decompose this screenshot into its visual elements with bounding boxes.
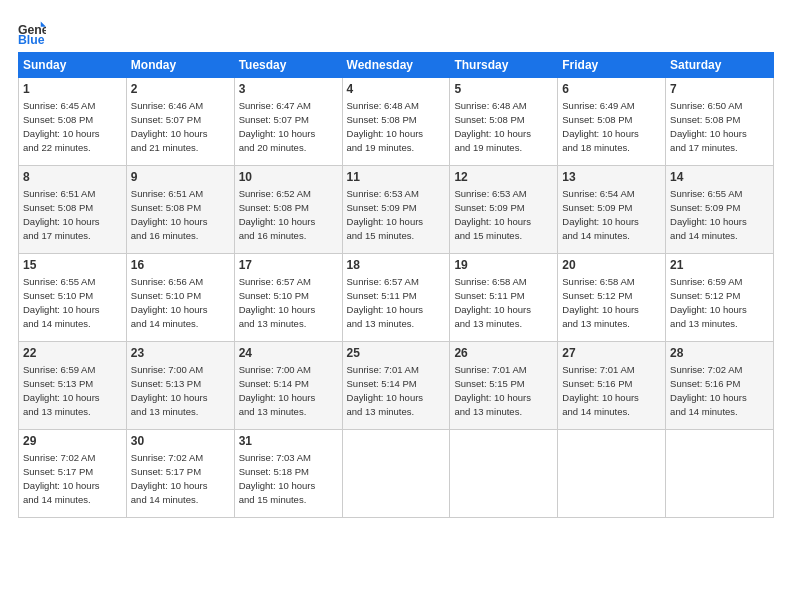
day-number: 4 bbox=[347, 81, 446, 97]
day-cell: 19Sunrise: 6:58 AM Sunset: 5:11 PM Dayli… bbox=[450, 254, 558, 342]
day-cell: 10Sunrise: 6:52 AM Sunset: 5:08 PM Dayli… bbox=[234, 166, 342, 254]
svg-text:Blue: Blue bbox=[18, 33, 45, 46]
logo-icon: General Blue bbox=[18, 18, 46, 46]
day-info: Sunrise: 6:45 AM Sunset: 5:08 PM Dayligh… bbox=[23, 100, 100, 152]
day-info: Sunrise: 6:58 AM Sunset: 5:11 PM Dayligh… bbox=[454, 276, 531, 328]
day-info: Sunrise: 6:55 AM Sunset: 5:10 PM Dayligh… bbox=[23, 276, 100, 328]
day-cell: 5Sunrise: 6:48 AM Sunset: 5:08 PM Daylig… bbox=[450, 78, 558, 166]
week-row-1: 1Sunrise: 6:45 AM Sunset: 5:08 PM Daylig… bbox=[19, 78, 774, 166]
day-cell: 22Sunrise: 6:59 AM Sunset: 5:13 PM Dayli… bbox=[19, 342, 127, 430]
day-number: 23 bbox=[131, 345, 230, 361]
day-number: 11 bbox=[347, 169, 446, 185]
day-cell: 3Sunrise: 6:47 AM Sunset: 5:07 PM Daylig… bbox=[234, 78, 342, 166]
day-info: Sunrise: 7:00 AM Sunset: 5:14 PM Dayligh… bbox=[239, 364, 316, 416]
day-info: Sunrise: 6:54 AM Sunset: 5:09 PM Dayligh… bbox=[562, 188, 639, 240]
day-number: 25 bbox=[347, 345, 446, 361]
main-container: General Blue SundayMondayTuesdayWednesda… bbox=[0, 0, 792, 528]
day-cell: 20Sunrise: 6:58 AM Sunset: 5:12 PM Dayli… bbox=[558, 254, 666, 342]
day-info: Sunrise: 6:59 AM Sunset: 5:12 PM Dayligh… bbox=[670, 276, 747, 328]
day-number: 9 bbox=[131, 169, 230, 185]
day-info: Sunrise: 7:01 AM Sunset: 5:14 PM Dayligh… bbox=[347, 364, 424, 416]
day-info: Sunrise: 7:01 AM Sunset: 5:16 PM Dayligh… bbox=[562, 364, 639, 416]
day-number: 31 bbox=[239, 433, 338, 449]
day-info: Sunrise: 6:53 AM Sunset: 5:09 PM Dayligh… bbox=[454, 188, 531, 240]
logo: General Blue bbox=[18, 18, 50, 46]
day-info: Sunrise: 6:46 AM Sunset: 5:07 PM Dayligh… bbox=[131, 100, 208, 152]
day-cell: 18Sunrise: 6:57 AM Sunset: 5:11 PM Dayli… bbox=[342, 254, 450, 342]
day-cell: 13Sunrise: 6:54 AM Sunset: 5:09 PM Dayli… bbox=[558, 166, 666, 254]
header-cell-tuesday: Tuesday bbox=[234, 53, 342, 78]
calendar-table: SundayMondayTuesdayWednesdayThursdayFrid… bbox=[18, 52, 774, 518]
day-info: Sunrise: 7:00 AM Sunset: 5:13 PM Dayligh… bbox=[131, 364, 208, 416]
day-info: Sunrise: 6:48 AM Sunset: 5:08 PM Dayligh… bbox=[454, 100, 531, 152]
day-info: Sunrise: 6:57 AM Sunset: 5:10 PM Dayligh… bbox=[239, 276, 316, 328]
day-cell: 25Sunrise: 7:01 AM Sunset: 5:14 PM Dayli… bbox=[342, 342, 450, 430]
day-number: 14 bbox=[670, 169, 769, 185]
day-number: 18 bbox=[347, 257, 446, 273]
day-info: Sunrise: 6:56 AM Sunset: 5:10 PM Dayligh… bbox=[131, 276, 208, 328]
day-cell: 17Sunrise: 6:57 AM Sunset: 5:10 PM Dayli… bbox=[234, 254, 342, 342]
day-cell: 9Sunrise: 6:51 AM Sunset: 5:08 PM Daylig… bbox=[126, 166, 234, 254]
day-number: 28 bbox=[670, 345, 769, 361]
header-cell-friday: Friday bbox=[558, 53, 666, 78]
day-number: 22 bbox=[23, 345, 122, 361]
day-cell bbox=[450, 430, 558, 518]
day-info: Sunrise: 7:02 AM Sunset: 5:17 PM Dayligh… bbox=[131, 452, 208, 504]
day-info: Sunrise: 6:59 AM Sunset: 5:13 PM Dayligh… bbox=[23, 364, 100, 416]
day-info: Sunrise: 6:58 AM Sunset: 5:12 PM Dayligh… bbox=[562, 276, 639, 328]
day-cell: 30Sunrise: 7:02 AM Sunset: 5:17 PM Dayli… bbox=[126, 430, 234, 518]
day-number: 26 bbox=[454, 345, 553, 361]
day-number: 16 bbox=[131, 257, 230, 273]
day-number: 27 bbox=[562, 345, 661, 361]
day-info: Sunrise: 6:50 AM Sunset: 5:08 PM Dayligh… bbox=[670, 100, 747, 152]
day-number: 8 bbox=[23, 169, 122, 185]
day-cell: 8Sunrise: 6:51 AM Sunset: 5:08 PM Daylig… bbox=[19, 166, 127, 254]
day-cell: 14Sunrise: 6:55 AM Sunset: 5:09 PM Dayli… bbox=[666, 166, 774, 254]
day-number: 30 bbox=[131, 433, 230, 449]
day-info: Sunrise: 6:47 AM Sunset: 5:07 PM Dayligh… bbox=[239, 100, 316, 152]
day-info: Sunrise: 6:51 AM Sunset: 5:08 PM Dayligh… bbox=[131, 188, 208, 240]
day-number: 20 bbox=[562, 257, 661, 273]
day-cell: 15Sunrise: 6:55 AM Sunset: 5:10 PM Dayli… bbox=[19, 254, 127, 342]
day-number: 5 bbox=[454, 81, 553, 97]
day-number: 15 bbox=[23, 257, 122, 273]
day-cell: 28Sunrise: 7:02 AM Sunset: 5:16 PM Dayli… bbox=[666, 342, 774, 430]
day-number: 10 bbox=[239, 169, 338, 185]
day-info: Sunrise: 7:02 AM Sunset: 5:16 PM Dayligh… bbox=[670, 364, 747, 416]
day-cell bbox=[666, 430, 774, 518]
day-info: Sunrise: 6:51 AM Sunset: 5:08 PM Dayligh… bbox=[23, 188, 100, 240]
day-number: 21 bbox=[670, 257, 769, 273]
day-cell: 6Sunrise: 6:49 AM Sunset: 5:08 PM Daylig… bbox=[558, 78, 666, 166]
day-info: Sunrise: 6:53 AM Sunset: 5:09 PM Dayligh… bbox=[347, 188, 424, 240]
week-row-3: 15Sunrise: 6:55 AM Sunset: 5:10 PM Dayli… bbox=[19, 254, 774, 342]
header-cell-thursday: Thursday bbox=[450, 53, 558, 78]
day-cell: 27Sunrise: 7:01 AM Sunset: 5:16 PM Dayli… bbox=[558, 342, 666, 430]
day-info: Sunrise: 6:52 AM Sunset: 5:08 PM Dayligh… bbox=[239, 188, 316, 240]
day-cell: 24Sunrise: 7:00 AM Sunset: 5:14 PM Dayli… bbox=[234, 342, 342, 430]
day-cell: 16Sunrise: 6:56 AM Sunset: 5:10 PM Dayli… bbox=[126, 254, 234, 342]
day-cell bbox=[342, 430, 450, 518]
day-cell: 26Sunrise: 7:01 AM Sunset: 5:15 PM Dayli… bbox=[450, 342, 558, 430]
day-info: Sunrise: 7:02 AM Sunset: 5:17 PM Dayligh… bbox=[23, 452, 100, 504]
day-number: 1 bbox=[23, 81, 122, 97]
day-info: Sunrise: 6:55 AM Sunset: 5:09 PM Dayligh… bbox=[670, 188, 747, 240]
day-cell: 23Sunrise: 7:00 AM Sunset: 5:13 PM Dayli… bbox=[126, 342, 234, 430]
day-cell: 2Sunrise: 6:46 AM Sunset: 5:07 PM Daylig… bbox=[126, 78, 234, 166]
week-row-5: 29Sunrise: 7:02 AM Sunset: 5:17 PM Dayli… bbox=[19, 430, 774, 518]
day-number: 13 bbox=[562, 169, 661, 185]
calendar-body: 1Sunrise: 6:45 AM Sunset: 5:08 PM Daylig… bbox=[19, 78, 774, 518]
day-info: Sunrise: 7:03 AM Sunset: 5:18 PM Dayligh… bbox=[239, 452, 316, 504]
day-cell: 29Sunrise: 7:02 AM Sunset: 5:17 PM Dayli… bbox=[19, 430, 127, 518]
day-info: Sunrise: 6:57 AM Sunset: 5:11 PM Dayligh… bbox=[347, 276, 424, 328]
header-cell-saturday: Saturday bbox=[666, 53, 774, 78]
day-cell: 1Sunrise: 6:45 AM Sunset: 5:08 PM Daylig… bbox=[19, 78, 127, 166]
day-number: 19 bbox=[454, 257, 553, 273]
day-cell bbox=[558, 430, 666, 518]
day-info: Sunrise: 6:48 AM Sunset: 5:08 PM Dayligh… bbox=[347, 100, 424, 152]
week-row-4: 22Sunrise: 6:59 AM Sunset: 5:13 PM Dayli… bbox=[19, 342, 774, 430]
day-cell: 4Sunrise: 6:48 AM Sunset: 5:08 PM Daylig… bbox=[342, 78, 450, 166]
day-number: 7 bbox=[670, 81, 769, 97]
day-number: 2 bbox=[131, 81, 230, 97]
day-number: 24 bbox=[239, 345, 338, 361]
header-row: SundayMondayTuesdayWednesdayThursdayFrid… bbox=[19, 53, 774, 78]
